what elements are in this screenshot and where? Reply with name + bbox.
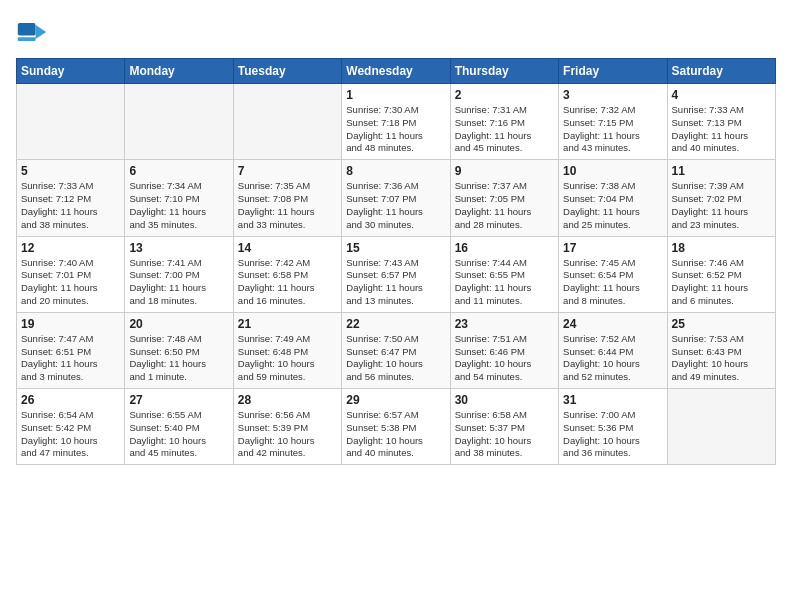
day-info: Sunrise: 7:34 AM Sunset: 7:10 PM Dayligh… — [129, 180, 228, 231]
calendar-cell: 2Sunrise: 7:31 AM Sunset: 7:16 PM Daylig… — [450, 84, 558, 160]
day-number: 4 — [672, 88, 771, 102]
calendar-cell: 5Sunrise: 7:33 AM Sunset: 7:12 PM Daylig… — [17, 160, 125, 236]
day-number: 21 — [238, 317, 337, 331]
calendar-cell: 27Sunrise: 6:55 AM Sunset: 5:40 PM Dayli… — [125, 389, 233, 465]
calendar-cell: 14Sunrise: 7:42 AM Sunset: 6:58 PM Dayli… — [233, 236, 341, 312]
calendar-cell: 6Sunrise: 7:34 AM Sunset: 7:10 PM Daylig… — [125, 160, 233, 236]
day-info: Sunrise: 7:37 AM Sunset: 7:05 PM Dayligh… — [455, 180, 554, 231]
day-number: 8 — [346, 164, 445, 178]
day-info: Sunrise: 7:32 AM Sunset: 7:15 PM Dayligh… — [563, 104, 662, 155]
calendar-cell: 29Sunrise: 6:57 AM Sunset: 5:38 PM Dayli… — [342, 389, 450, 465]
calendar-cell: 31Sunrise: 7:00 AM Sunset: 5:36 PM Dayli… — [559, 389, 667, 465]
day-number: 3 — [563, 88, 662, 102]
day-info: Sunrise: 7:31 AM Sunset: 7:16 PM Dayligh… — [455, 104, 554, 155]
calendar-cell: 8Sunrise: 7:36 AM Sunset: 7:07 PM Daylig… — [342, 160, 450, 236]
calendar-week-3: 12Sunrise: 7:40 AM Sunset: 7:01 PM Dayli… — [17, 236, 776, 312]
calendar-cell: 16Sunrise: 7:44 AM Sunset: 6:55 PM Dayli… — [450, 236, 558, 312]
day-number: 29 — [346, 393, 445, 407]
day-number: 27 — [129, 393, 228, 407]
calendar-cell: 28Sunrise: 6:56 AM Sunset: 5:39 PM Dayli… — [233, 389, 341, 465]
day-number: 15 — [346, 241, 445, 255]
day-info: Sunrise: 7:47 AM Sunset: 6:51 PM Dayligh… — [21, 333, 120, 384]
header-monday: Monday — [125, 59, 233, 84]
calendar-week-5: 26Sunrise: 6:54 AM Sunset: 5:42 PM Dayli… — [17, 389, 776, 465]
calendar-cell: 24Sunrise: 7:52 AM Sunset: 6:44 PM Dayli… — [559, 312, 667, 388]
day-info: Sunrise: 7:40 AM Sunset: 7:01 PM Dayligh… — [21, 257, 120, 308]
day-info: Sunrise: 7:49 AM Sunset: 6:48 PM Dayligh… — [238, 333, 337, 384]
day-info: Sunrise: 6:56 AM Sunset: 5:39 PM Dayligh… — [238, 409, 337, 460]
header-tuesday: Tuesday — [233, 59, 341, 84]
calendar-cell: 1Sunrise: 7:30 AM Sunset: 7:18 PM Daylig… — [342, 84, 450, 160]
day-number: 6 — [129, 164, 228, 178]
calendar-cell: 25Sunrise: 7:53 AM Sunset: 6:43 PM Dayli… — [667, 312, 775, 388]
day-info: Sunrise: 7:43 AM Sunset: 6:57 PM Dayligh… — [346, 257, 445, 308]
day-number: 23 — [455, 317, 554, 331]
day-info: Sunrise: 7:35 AM Sunset: 7:08 PM Dayligh… — [238, 180, 337, 231]
calendar: SundayMondayTuesdayWednesdayThursdayFrid… — [16, 58, 776, 465]
calendar-cell: 26Sunrise: 6:54 AM Sunset: 5:42 PM Dayli… — [17, 389, 125, 465]
calendar-cell: 20Sunrise: 7:48 AM Sunset: 6:50 PM Dayli… — [125, 312, 233, 388]
day-info: Sunrise: 6:55 AM Sunset: 5:40 PM Dayligh… — [129, 409, 228, 460]
day-info: Sunrise: 7:46 AM Sunset: 6:52 PM Dayligh… — [672, 257, 771, 308]
calendar-cell: 30Sunrise: 6:58 AM Sunset: 5:37 PM Dayli… — [450, 389, 558, 465]
calendar-cell — [233, 84, 341, 160]
calendar-cell: 13Sunrise: 7:41 AM Sunset: 7:00 PM Dayli… — [125, 236, 233, 312]
day-number: 11 — [672, 164, 771, 178]
day-number: 26 — [21, 393, 120, 407]
day-number: 28 — [238, 393, 337, 407]
day-number: 31 — [563, 393, 662, 407]
header-sunday: Sunday — [17, 59, 125, 84]
day-number: 25 — [672, 317, 771, 331]
day-info: Sunrise: 7:30 AM Sunset: 7:18 PM Dayligh… — [346, 104, 445, 155]
calendar-cell — [125, 84, 233, 160]
day-info: Sunrise: 7:50 AM Sunset: 6:47 PM Dayligh… — [346, 333, 445, 384]
day-info: Sunrise: 7:52 AM Sunset: 6:44 PM Dayligh… — [563, 333, 662, 384]
calendar-cell: 10Sunrise: 7:38 AM Sunset: 7:04 PM Dayli… — [559, 160, 667, 236]
page-header — [16, 16, 776, 48]
header-saturday: Saturday — [667, 59, 775, 84]
calendar-cell: 19Sunrise: 7:47 AM Sunset: 6:51 PM Dayli… — [17, 312, 125, 388]
day-number: 5 — [21, 164, 120, 178]
day-number: 9 — [455, 164, 554, 178]
day-number: 30 — [455, 393, 554, 407]
svg-rect-2 — [18, 37, 36, 41]
header-wednesday: Wednesday — [342, 59, 450, 84]
calendar-week-1: 1Sunrise: 7:30 AM Sunset: 7:18 PM Daylig… — [17, 84, 776, 160]
day-info: Sunrise: 6:58 AM Sunset: 5:37 PM Dayligh… — [455, 409, 554, 460]
day-number: 22 — [346, 317, 445, 331]
calendar-cell: 22Sunrise: 7:50 AM Sunset: 6:47 PM Dayli… — [342, 312, 450, 388]
svg-rect-0 — [18, 23, 36, 35]
day-info: Sunrise: 7:36 AM Sunset: 7:07 PM Dayligh… — [346, 180, 445, 231]
day-number: 16 — [455, 241, 554, 255]
day-number: 10 — [563, 164, 662, 178]
day-info: Sunrise: 6:57 AM Sunset: 5:38 PM Dayligh… — [346, 409, 445, 460]
calendar-cell: 9Sunrise: 7:37 AM Sunset: 7:05 PM Daylig… — [450, 160, 558, 236]
day-info: Sunrise: 7:44 AM Sunset: 6:55 PM Dayligh… — [455, 257, 554, 308]
calendar-cell: 12Sunrise: 7:40 AM Sunset: 7:01 PM Dayli… — [17, 236, 125, 312]
day-number: 1 — [346, 88, 445, 102]
calendar-cell — [17, 84, 125, 160]
day-number: 24 — [563, 317, 662, 331]
logo — [16, 16, 54, 48]
calendar-cell: 15Sunrise: 7:43 AM Sunset: 6:57 PM Dayli… — [342, 236, 450, 312]
day-number: 14 — [238, 241, 337, 255]
day-info: Sunrise: 7:45 AM Sunset: 6:54 PM Dayligh… — [563, 257, 662, 308]
calendar-cell: 17Sunrise: 7:45 AM Sunset: 6:54 PM Dayli… — [559, 236, 667, 312]
calendar-cell: 18Sunrise: 7:46 AM Sunset: 6:52 PM Dayli… — [667, 236, 775, 312]
calendar-cell: 7Sunrise: 7:35 AM Sunset: 7:08 PM Daylig… — [233, 160, 341, 236]
day-info: Sunrise: 7:33 AM Sunset: 7:13 PM Dayligh… — [672, 104, 771, 155]
day-number: 19 — [21, 317, 120, 331]
day-number: 7 — [238, 164, 337, 178]
day-number: 2 — [455, 88, 554, 102]
day-info: Sunrise: 7:39 AM Sunset: 7:02 PM Dayligh… — [672, 180, 771, 231]
day-info: Sunrise: 7:42 AM Sunset: 6:58 PM Dayligh… — [238, 257, 337, 308]
day-info: Sunrise: 7:53 AM Sunset: 6:43 PM Dayligh… — [672, 333, 771, 384]
calendar-cell — [667, 389, 775, 465]
day-info: Sunrise: 7:33 AM Sunset: 7:12 PM Dayligh… — [21, 180, 120, 231]
calendar-cell: 11Sunrise: 7:39 AM Sunset: 7:02 PM Dayli… — [667, 160, 775, 236]
day-info: Sunrise: 7:38 AM Sunset: 7:04 PM Dayligh… — [563, 180, 662, 231]
day-number: 17 — [563, 241, 662, 255]
svg-marker-1 — [36, 25, 47, 39]
calendar-week-2: 5Sunrise: 7:33 AM Sunset: 7:12 PM Daylig… — [17, 160, 776, 236]
day-number: 20 — [129, 317, 228, 331]
